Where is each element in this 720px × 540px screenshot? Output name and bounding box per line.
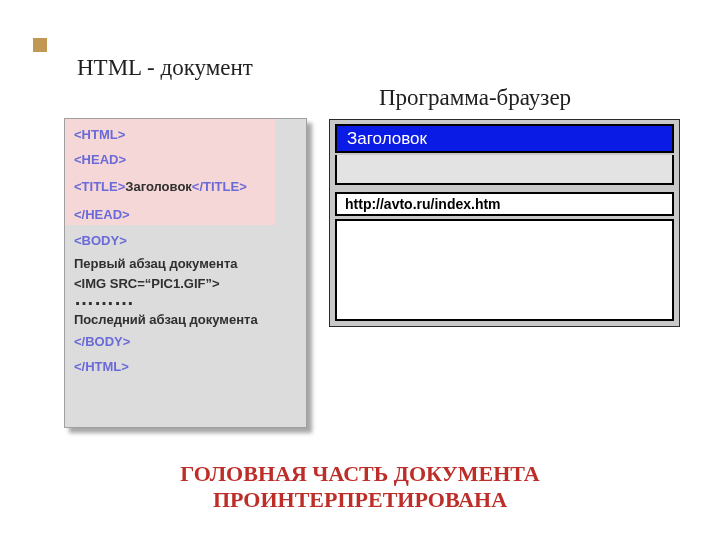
slide-bullet-marker <box>33 38 47 52</box>
browser-toolbar <box>335 155 674 185</box>
heading-browser-program: Программа-браузер <box>379 85 571 111</box>
tag-body-close: </BODY> <box>74 334 130 349</box>
tag-title-close: </TITLE> <box>192 179 247 194</box>
caption-line-1: ГОЛОВНАЯ ЧАСТЬ ДОКУМЕНТА <box>0 461 720 487</box>
code-line-title: <TITLE>Заголовок</TITLE> <box>74 179 247 194</box>
heading-html-document: HTML - документ <box>77 55 253 81</box>
code-line-last-para: Последний абзац документа <box>74 312 258 327</box>
tag-html-open: <HTML> <box>74 127 125 142</box>
title-text: Заголовок <box>125 179 192 194</box>
tag-body-open: <BODY> <box>74 233 127 248</box>
browser-title-text: Заголовок <box>347 129 427 148</box>
browser-title-bar: Заголовок <box>335 124 674 153</box>
browser-address-text: http://avto.ru/index.htm <box>345 196 501 212</box>
tag-html-close: </HTML> <box>74 359 129 374</box>
tag-title-open: <TITLE> <box>74 179 125 194</box>
code-line-head-close: </HEAD> <box>74 207 130 222</box>
code-line-html-open: <HTML> <box>74 127 125 142</box>
code-panel: <HTML> <HEAD> <TITLE>Заголовок</TITLE> <… <box>64 118 307 428</box>
tag-head-close: </HEAD> <box>74 207 130 222</box>
browser-content-area <box>335 219 674 321</box>
tag-head-open: <HEAD> <box>74 152 126 167</box>
browser-address-bar[interactable]: http://avto.ru/index.htm <box>335 192 674 216</box>
code-line-head-open: <HEAD> <box>74 152 126 167</box>
code-line-dots: ……… <box>74 287 134 310</box>
code-line-html-close: </HTML> <box>74 359 129 374</box>
code-line-body-close: </BODY> <box>74 334 130 349</box>
code-line-body-open: <BODY> <box>74 233 127 248</box>
code-line-first-para: Первый абзац документа <box>74 256 237 271</box>
caption-line-2: ПРОИНТЕРПРЕТИРОВАНА <box>0 487 720 513</box>
